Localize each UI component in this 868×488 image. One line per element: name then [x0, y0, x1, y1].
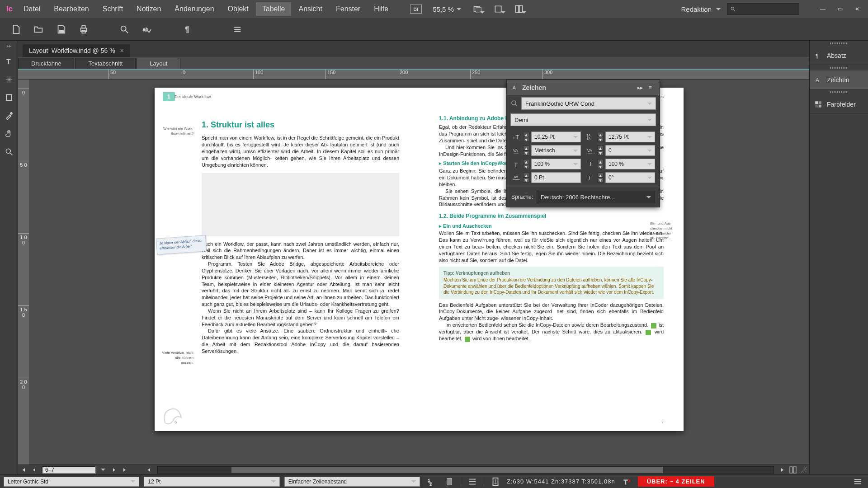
vertical-scale-control[interactable]: T ▴▾ 100 %	[511, 159, 581, 169]
note-tool[interactable]	[2, 91, 16, 104]
resize-grip-icon[interactable]	[798, 465, 809, 474]
dock-grip-icon[interactable]	[810, 65, 868, 70]
status-size-combo[interactable]: 12 Pt	[144, 477, 279, 487]
svg-text:A: A	[513, 85, 516, 90]
menu-table[interactable]: Tabelle	[256, 2, 292, 16]
status-leading-combo[interactable]: Einfacher Zeilenabstand	[284, 477, 420, 487]
horizontal-scrollbar[interactable]	[157, 466, 774, 474]
tab-galley[interactable]: Druckfahne	[18, 58, 74, 69]
tab-layout[interactable]: Layout	[137, 58, 180, 69]
panel-menu-icon[interactable]: ≡	[645, 83, 655, 93]
font-weight-combo[interactable]: Demi	[510, 113, 656, 126]
image-placeholder	[202, 173, 399, 236]
status-menu-button[interactable]	[851, 475, 864, 488]
prev-page-button[interactable]	[29, 465, 40, 474]
scroll-right-button[interactable]	[777, 465, 788, 474]
open-button[interactable]	[32, 23, 45, 36]
character-panel[interactable]: A Zeichen ▸▸ ≡ FranklinGothic URW Cond D…	[506, 80, 660, 207]
kerning-control[interactable]: VA ▴▾ Metrisch	[511, 145, 581, 156]
zoom-level[interactable]: 55,5 %	[433, 5, 461, 13]
status-font-combo[interactable]: Letter Gothic Std	[4, 477, 139, 487]
align-button[interactable]	[466, 475, 479, 488]
ruler-tick: 50	[108, 70, 116, 80]
menu-edit[interactable]: Bearbeiten	[47, 2, 95, 16]
chevron-down-icon	[457, 8, 461, 10]
dock-item-paragraph[interactable]: ¶ Absatz	[810, 46, 868, 65]
vertical-ruler[interactable]: 0 5 0 1 0 0 1 5 0 2 0 0	[18, 80, 29, 465]
ruler-tick: 200	[398, 70, 408, 80]
menu-object[interactable]: Objekt	[222, 2, 255, 16]
position-tool[interactable]	[2, 73, 16, 86]
close-tab-icon[interactable]: ✕	[120, 48, 124, 54]
arrange-button[interactable]	[511, 3, 527, 15]
menu-file[interactable]: Datei	[17, 2, 47, 16]
expand-tools-icon[interactable]: ▸▸	[7, 43, 11, 48]
hscale-value: 100 %	[609, 161, 624, 167]
bridge-badge[interactable]: Br	[410, 5, 422, 14]
menu-help[interactable]: Hilfe	[368, 2, 395, 16]
chevron-down-icon	[573, 136, 578, 138]
show-hidden-chars-button[interactable]: ¶	[181, 23, 194, 36]
language-combo[interactable]: Deutsch: 2006 Rechtschre...	[537, 191, 655, 203]
dock-item-swatches[interactable]: Farbfelder	[810, 95, 868, 114]
collapse-panel-icon[interactable]: ▸▸	[635, 83, 645, 93]
next-page-button[interactable]	[108, 465, 119, 474]
canvas[interactable]: 1 Der ideale Workflow 1. Struktur ist al…	[29, 80, 809, 465]
menu-type[interactable]: Schrift	[96, 2, 129, 16]
page-number-input[interactable]	[42, 466, 96, 474]
close-button[interactable]: ✕	[849, 4, 865, 14]
type-tool[interactable]: T	[2, 55, 16, 68]
find-button[interactable]	[118, 23, 131, 36]
document-tab[interactable]: Layout_Workflow.indd @ 56 % ✕	[23, 44, 130, 57]
fraction-button[interactable]: 12	[425, 475, 438, 488]
stepper[interactable]: ▴▾	[597, 132, 604, 142]
stepper[interactable]: ▴▾	[523, 159, 529, 169]
menu-changes[interactable]: Änderungen	[168, 2, 220, 16]
spellcheck-button[interactable]: ab	[140, 23, 154, 36]
dock-grip-icon[interactable]	[810, 89, 868, 95]
font-size-control[interactable]: TT ▴▾ 10,25 Pt	[511, 131, 581, 142]
first-page-button[interactable]	[18, 465, 29, 474]
minimize-button[interactable]: —	[815, 4, 831, 14]
horizontal-scale-control[interactable]: T ▴▾ 100 %	[585, 159, 655, 169]
new-doc-button[interactable]	[9, 23, 23, 36]
last-page-button[interactable]	[119, 465, 130, 474]
font-family-combo[interactable]: FranklinGothic URW Cond	[521, 97, 656, 110]
stepper[interactable]: ▴▾	[597, 145, 604, 155]
menu-window[interactable]: Fenster	[330, 2, 367, 16]
zoom-tool[interactable]	[2, 145, 16, 159]
tab-story[interactable]: Textabschnitt	[75, 58, 136, 69]
search-input[interactable]	[727, 3, 799, 15]
eyedropper-tool[interactable]	[2, 109, 16, 122]
stepper[interactable]: ▴▾	[523, 173, 529, 183]
horizontal-ruler[interactable]: 50 0 100 150 200 250 300	[18, 70, 809, 80]
workspace-switcher[interactable]: Redaktion	[681, 5, 721, 13]
skew-control[interactable]: T ▴▾ 0°	[585, 172, 655, 183]
stepper[interactable]: ▴▾	[523, 132, 529, 142]
screen-mode-button[interactable]	[490, 3, 506, 15]
dock-grip-icon[interactable]	[810, 41, 868, 46]
dock-item-character[interactable]: A Zeichen	[810, 70, 868, 89]
hand-tool[interactable]	[2, 127, 16, 141]
view-mode-button[interactable]	[469, 3, 486, 15]
panel-menu-button[interactable]	[231, 23, 244, 36]
menu-notes[interactable]: Notizen	[130, 2, 167, 16]
scroll-left-button[interactable]	[144, 465, 155, 474]
stepper[interactable]: ▴▾	[597, 159, 604, 169]
column-indicator-button[interactable]	[443, 475, 456, 488]
print-button[interactable]	[77, 23, 90, 36]
baseline-shift-control[interactable]: Aª ▴▾ 0 Pt	[511, 172, 581, 183]
leading-control[interactable]: AA ▴▾ 12,75 Pt	[585, 131, 655, 142]
tracking-control[interactable]: VA ▴▾ 0	[585, 145, 655, 156]
split-view-button[interactable]	[788, 465, 798, 474]
svg-text:T: T	[588, 161, 593, 167]
menu-view[interactable]: Ansicht	[292, 2, 328, 16]
tip-body: Möchten Sie am Ende der Produktion die V…	[443, 277, 659, 296]
save-button[interactable]	[54, 23, 68, 36]
page-dropdown[interactable]	[98, 465, 108, 474]
search-field[interactable]	[737, 6, 796, 13]
stepper[interactable]: ▴▾	[597, 173, 604, 183]
scrollbar-thumb[interactable]	[231, 467, 662, 473]
maximize-button[interactable]: ▭	[832, 4, 848, 14]
stepper[interactable]: ▴▾	[523, 145, 529, 155]
